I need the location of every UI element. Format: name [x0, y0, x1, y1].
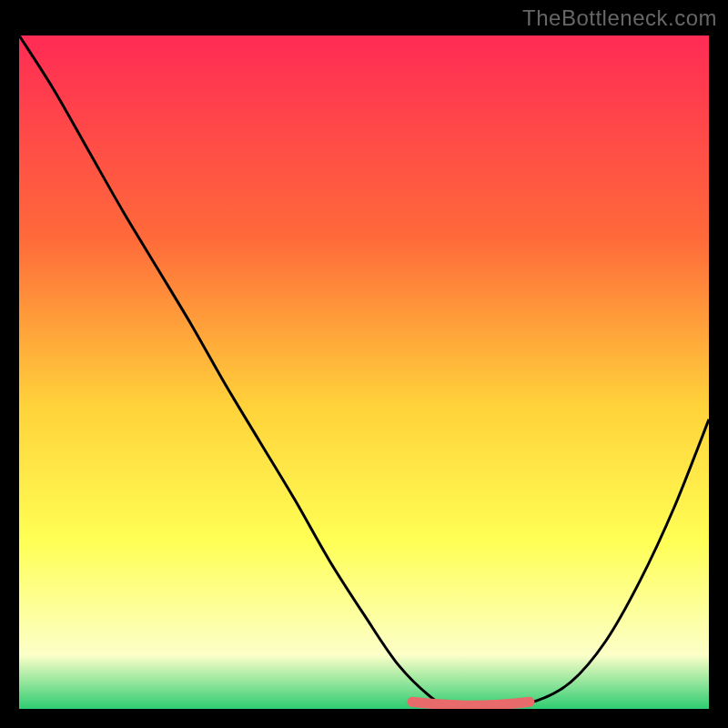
bottleneck-chart	[19, 35, 709, 709]
gradient-background	[19, 35, 709, 709]
watermark-text: TheBottleneck.com	[522, 5, 717, 31]
chart-frame: TheBottleneck.com	[0, 0, 728, 728]
plot-area	[19, 35, 709, 709]
optimal-range-highlight	[412, 702, 530, 705]
